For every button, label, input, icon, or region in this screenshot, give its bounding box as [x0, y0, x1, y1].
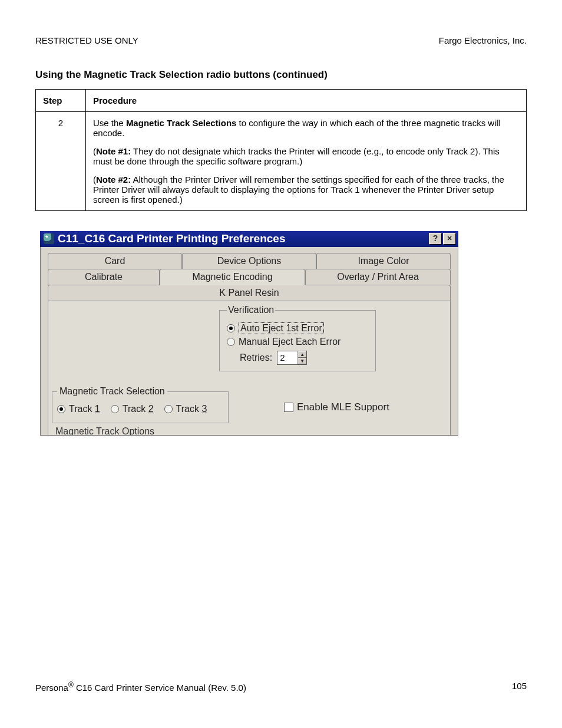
- radio-track-1[interactable]: Track 1: [57, 404, 100, 414]
- radio-manual-eject[interactable]: Manual Eject Each Error: [227, 337, 368, 347]
- preferences-dialog: C11_C16 Card Printer Printing Preference…: [40, 231, 458, 436]
- radio-label: Track 1: [69, 404, 100, 414]
- enable-mle-checkbox[interactable]: Enable MLE Support: [284, 401, 389, 413]
- radio-label: Auto Eject 1st Error: [239, 322, 324, 334]
- radio-auto-eject[interactable]: Auto Eject 1st Error: [227, 322, 368, 334]
- track-selection-legend: Magnetic Track Selection: [57, 386, 167, 397]
- radio-track-3[interactable]: Track 3: [164, 404, 207, 414]
- radio-icon: [227, 338, 235, 346]
- text: They do not designate which tracks the P…: [93, 146, 500, 166]
- dialog-title: C11_C16 Card Printer Printing Preference…: [58, 232, 286, 245]
- verification-group: Verification Auto Eject 1st Error Manual…: [219, 305, 376, 371]
- checkbox-icon: [284, 403, 293, 412]
- page-number: 105: [512, 681, 527, 693]
- text: Although the Printer Driver will remembe…: [93, 174, 504, 205]
- radio-icon: [227, 324, 235, 332]
- radio-icon: [111, 405, 119, 413]
- footer-left: Persona® C16 Card Printer Service Manual…: [35, 681, 246, 693]
- tab-overlay-print-area[interactable]: Overlay / Print Area: [305, 269, 451, 285]
- table-row: 2 Use the Magnetic Track Selections to c…: [36, 112, 527, 211]
- procedure-cell: Use the Magnetic Track Selections to con…: [86, 112, 527, 211]
- printer-icon: [44, 233, 54, 244]
- radio-icon: [57, 405, 65, 413]
- spin-up-icon[interactable]: ▲: [298, 351, 306, 358]
- tab-device-options[interactable]: Device Options: [182, 253, 316, 269]
- tab-panel: Verification Auto Eject 1st Error Manual…: [48, 301, 451, 436]
- tab-image-color[interactable]: Image Color: [316, 253, 451, 269]
- magnetic-track-options-label: Magnetic Track Options: [55, 426, 154, 436]
- radio-label: Track 3: [176, 404, 207, 414]
- help-button[interactable]: ?: [429, 233, 442, 245]
- radio-label: Track 2: [123, 404, 154, 414]
- radio-icon: [164, 405, 173, 413]
- tab-magnetic-encoding[interactable]: Magnetic Encoding: [160, 269, 305, 285]
- retries-spinner[interactable]: 2 ▲ ▼: [277, 351, 307, 365]
- tab-calibrate[interactable]: Calibrate: [48, 269, 160, 285]
- spin-down-icon[interactable]: ▼: [298, 358, 306, 364]
- retries-label: Retries:: [240, 353, 272, 363]
- radio-label: Manual Eject Each Error: [239, 337, 340, 347]
- section-title: Using the Magnetic Track Selection radio…: [35, 69, 527, 81]
- col-step: Step: [36, 90, 86, 112]
- text-bold: Note #1:: [96, 146, 131, 156]
- close-button[interactable]: ×: [443, 233, 456, 245]
- checkbox-label: Enable MLE Support: [297, 401, 389, 413]
- retries-value: 2: [277, 351, 297, 364]
- header-right: Fargo Electronics, Inc.: [439, 35, 527, 45]
- text: Use the: [93, 118, 126, 128]
- tab-card[interactable]: Card: [48, 253, 182, 269]
- verification-legend: Verification: [227, 305, 275, 315]
- magnetic-track-selection-group: Magnetic Track Selection Track 1 Track 2: [52, 386, 229, 423]
- text-bold: Note #2:: [96, 174, 131, 185]
- radio-track-2[interactable]: Track 2: [111, 404, 154, 414]
- col-procedure: Procedure: [86, 90, 527, 112]
- tab-k-panel-resin[interactable]: K Panel Resin: [48, 285, 451, 301]
- header-left: RESTRICTED USE ONLY: [35, 35, 138, 45]
- procedure-table: Step Procedure 2 Use the Magnetic Track …: [35, 89, 527, 211]
- step-number: 2: [36, 112, 86, 211]
- titlebar[interactable]: C11_C16 Card Printer Printing Preference…: [40, 231, 458, 247]
- text-bold: Magnetic Track Selections: [126, 118, 237, 128]
